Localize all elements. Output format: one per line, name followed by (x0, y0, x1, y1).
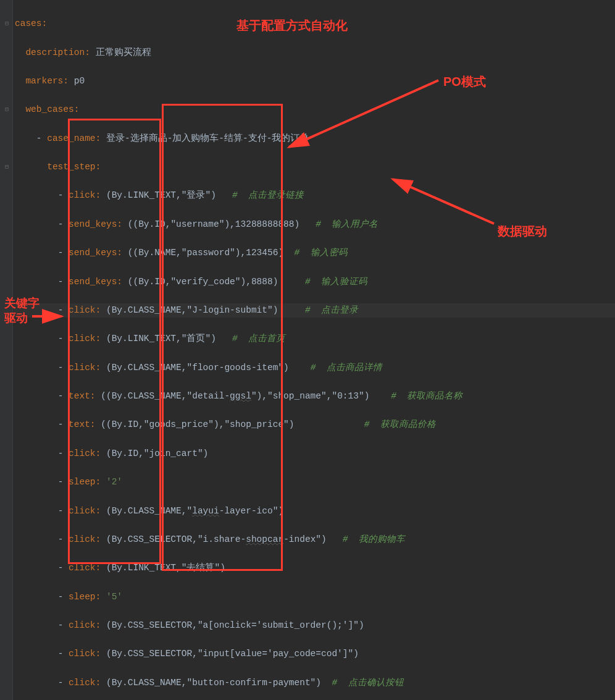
step-key: click (69, 563, 96, 573)
comment: # 点击商品详情 (311, 363, 382, 373)
step-key: click (69, 334, 96, 344)
yaml-key: web_cases (25, 104, 73, 114)
step-value: ((By.ID,"goods_price"),"shop_price") (101, 420, 294, 429)
step-value: (By.LINK_TEXT,"登录") (106, 190, 216, 200)
step-value: ((By.ID,"verify_code"),8888) (128, 277, 278, 287)
fold-icon[interactable]: ⊟ (2, 19, 11, 28)
step-value: (By.LINK_TEXT,"去结算") (106, 563, 225, 573)
comment: # 点击确认按钮 (332, 678, 403, 688)
step-value: ((By.NAME,"password"),123456) (128, 248, 283, 258)
step-value: (By.CLASS_NAME,"J-login-submit") (106, 305, 278, 315)
step-value: (By.ID,"join_cart") (106, 449, 208, 458)
comment: # 获取商品名称 (391, 391, 462, 401)
step-key: click (69, 305, 96, 315)
step-value: (By.CSS_SELECTOR,"i.share- (106, 534, 246, 544)
step-value: (By.CLASS_NAME,"floor-goods-item") (106, 363, 289, 373)
yaml-key: markers (25, 76, 63, 86)
step-key: text (69, 391, 90, 401)
step-key: text (69, 420, 90, 429)
step-value: (By.LINK_TEXT,"首页") (106, 334, 216, 344)
comment: # 输入密码 (295, 248, 348, 258)
step-value: (By.CLASS_NAME,"button-confirm-payment") (106, 678, 321, 688)
yaml-key: case_name (47, 133, 95, 143)
step-key: sleep (69, 477, 96, 487)
step-key: click (69, 649, 96, 659)
comment: # 获取商品价格 (364, 420, 436, 429)
comment: # 输入用户名 (316, 219, 378, 229)
fold-icon[interactable]: ⊟ (2, 162, 11, 171)
yaml-value: 登录-选择商品-加入购物车-结算-支付-我的订单 (106, 133, 309, 143)
step-key: click (69, 363, 96, 373)
yaml-value: p0 (74, 76, 85, 86)
step-key: click (69, 190, 96, 200)
yaml-value: 正常购买流程 (96, 48, 151, 57)
yaml-key: cases (15, 19, 42, 28)
comment: # 点击登录 (305, 305, 358, 315)
step-value: (By.CLASS_NAME," (106, 506, 192, 516)
yaml-key: description (25, 48, 85, 57)
step-key: send_keys (69, 248, 117, 258)
fold-icon[interactable]: ⊟ (2, 105, 11, 114)
step-key: click (69, 449, 96, 458)
step-key: sleep (69, 592, 96, 602)
annotation-data: 数据驱动 (498, 221, 547, 241)
code-editor[interactable]: ⊟cases: description: 正常购买流程 markers: p0 … (0, 0, 615, 700)
step-key: click (69, 534, 96, 544)
step-value: '2' (106, 477, 122, 487)
comment: # 输入验证码 (305, 277, 367, 287)
step-key: click (69, 620, 96, 630)
step-value: (By.CSS_SELECTOR,"a[onclick='submit_orde… (106, 620, 364, 630)
annotation-po: PO模式 (443, 72, 486, 91)
comment: # 我的购物车 (343, 534, 405, 544)
comment: # 点击首页 (232, 334, 285, 344)
yaml-key: test_step (47, 162, 95, 172)
step-value: (By.CSS_SELECTOR,"input[value='pay_code=… (106, 649, 359, 659)
annotation-keyword-l2: 驱动 (4, 309, 28, 327)
step-key: click (69, 506, 96, 516)
step-value: '5' (106, 592, 122, 602)
step-value: ((By.ID,"username"),13288888888) (128, 219, 299, 229)
step-value: ((By.CLASS_NAME,"detail- (101, 391, 230, 401)
step-key: click (69, 678, 96, 688)
step-key: send_keys (69, 219, 117, 229)
comment: # 点击登录链接 (232, 190, 304, 200)
annotation-config: 基于配置方式自动化 (236, 15, 348, 35)
step-key: send_keys (69, 277, 117, 287)
